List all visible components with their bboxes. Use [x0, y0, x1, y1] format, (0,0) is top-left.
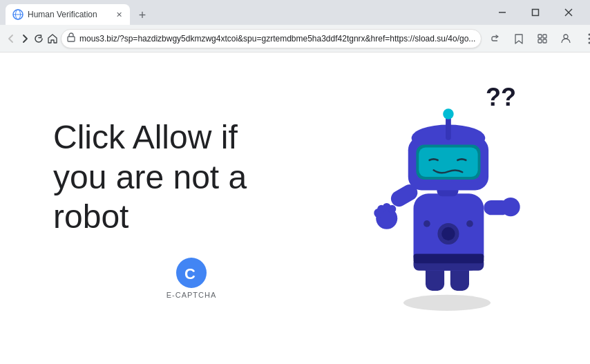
tab-close-button[interactable]: ✕: [113, 9, 124, 20]
forward-button[interactable]: [19, 28, 30, 50]
captcha-logo: C: [176, 258, 207, 288]
url-text: mous3.biz/?sp=hazdizbwgy5dkmzwg4xtcoi&sp…: [79, 34, 475, 44]
svg-point-17: [403, 294, 491, 310]
svg-point-39: [443, 108, 454, 119]
captcha-brand: C E-CAPTCHA: [53, 258, 330, 299]
home-button[interactable]: [47, 28, 58, 50]
heading-line3: robot: [53, 197, 330, 237]
heading-line1: Click Allow if: [53, 117, 330, 157]
tab-title: Human Verification: [28, 10, 109, 19]
svg-point-32: [388, 204, 397, 213]
svg-rect-24: [414, 253, 484, 263]
maximize-button[interactable]: [520, 0, 551, 25]
bookmark-button[interactable]: [508, 28, 530, 50]
svg-rect-7: [68, 37, 75, 41]
refresh-button[interactable]: [33, 28, 44, 50]
nav-bar: mous3.biz/?sp=hazdizbwgy5dkmzwg4xtcoi&sp…: [0, 25, 590, 52]
profile-button[interactable]: [555, 28, 577, 50]
svg-rect-8: [538, 35, 542, 38]
svg-rect-9: [543, 35, 546, 38]
share-button[interactable]: [484, 28, 506, 50]
new-tab-button[interactable]: +: [133, 6, 152, 25]
svg-rect-41: [419, 147, 477, 177]
svg-point-26: [466, 220, 473, 227]
active-tab[interactable]: Human Verification ✕: [6, 4, 130, 25]
address-bar[interactable]: mous3.biz/?sp=hazdizbwgy5dkmzwg4xtcoi&sp…: [61, 29, 482, 48]
back-button[interactable]: [6, 28, 17, 50]
robot-section: ??: [357, 90, 537, 327]
tab-favicon: [12, 9, 23, 20]
svg-point-25: [424, 220, 430, 227]
minimize-button[interactable]: [486, 0, 518, 25]
nav-actions: [484, 28, 590, 50]
svg-rect-38: [446, 116, 451, 140]
chrome-window: Human Verification ✕ +: [0, 0, 590, 364]
extensions-button[interactable]: [531, 28, 553, 50]
captcha-label: E-CAPTCHA: [166, 291, 217, 299]
svg-rect-10: [538, 39, 542, 43]
tab-bar: Human Verification ✕ +: [0, 0, 486, 25]
menu-button[interactable]: [578, 28, 590, 50]
robot-illustration: [371, 90, 523, 311]
text-section: Click Allow if you are not a robot C E-C…: [53, 117, 330, 299]
svg-point-34: [502, 198, 520, 216]
lock-icon: [67, 32, 75, 44]
svg-point-23: [441, 227, 455, 240]
title-bar: Human Verification ✕ +: [0, 0, 590, 25]
svg-rect-11: [543, 39, 546, 43]
main-heading: Click Allow if you are not a robot: [53, 117, 330, 237]
svg-text:C: C: [184, 265, 196, 282]
svg-point-12: [564, 35, 568, 39]
question-marks: ??: [486, 83, 516, 112]
window-controls: [486, 0, 590, 25]
robot-container: ??: [371, 90, 523, 314]
heading-line2: you are not a: [53, 157, 330, 198]
content-area: Click Allow if you are not a robot C E-C…: [53, 90, 537, 327]
svg-rect-4: [533, 10, 539, 16]
page-content: Click Allow if you are not a robot C E-C…: [0, 52, 590, 364]
close-button[interactable]: [553, 0, 584, 25]
